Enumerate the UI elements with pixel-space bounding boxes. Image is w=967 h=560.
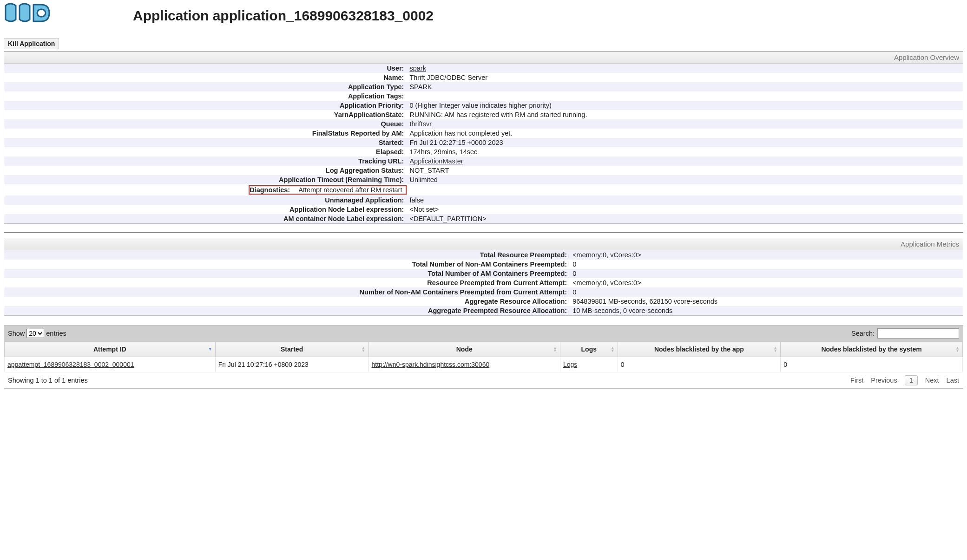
label-queue: Queue:	[4, 119, 407, 129]
value-yarn-state: RUNNING: AM has registered with RM and s…	[407, 110, 963, 119]
label-name: Name:	[4, 73, 407, 82]
show-entries-prefix: Show	[8, 330, 25, 337]
label-total-am-preempted: Total Number of AM Containers Preempted:	[4, 269, 570, 278]
value-nonam-preempted-current: 0	[570, 287, 963, 297]
pager-previous[interactable]: Previous	[871, 377, 897, 384]
label-yarn-state: YarnApplicationState:	[4, 110, 407, 119]
application-metrics-panel: Application Metrics Total Resource Preem…	[4, 238, 963, 316]
metrics-panel-title: Application Metrics	[4, 238, 963, 250]
cell-logs[interactable]: Logs	[563, 361, 577, 368]
label-priority: Application Priority:	[4, 101, 407, 110]
table-info: Showing 1 to 1 of 1 entries	[8, 377, 88, 384]
show-entries-suffix: entries	[46, 330, 66, 337]
label-tracking-url: Tracking URL:	[4, 156, 407, 166]
label-agg-resource-alloc: Aggregate Resource Allocation:	[4, 297, 570, 306]
svg-rect-1	[37, 9, 46, 17]
value-app-type: SPARK	[407, 82, 963, 91]
value-user[interactable]: spark	[409, 65, 426, 72]
col-node[interactable]: Node ▲▼	[368, 342, 560, 357]
label-app-tags: Application Tags:	[4, 91, 407, 101]
sort-both-icon: ▲▼	[553, 346, 557, 352]
label-diagnostics: Diagnostics:	[250, 186, 293, 194]
sort-both-icon: ▲▼	[955, 346, 960, 352]
value-unmanaged: false	[407, 195, 963, 205]
value-tracking-url[interactable]: ApplicationMaster	[409, 157, 463, 165]
sort-both-icon: ▲▼	[773, 346, 777, 352]
hadoop-logo	[4, 2, 54, 26]
kill-application-button[interactable]: Kill Application	[4, 38, 59, 49]
value-diagnostics: Attempt recovered after RM restart	[298, 186, 402, 194]
page-title: Application application_1689906328183_00…	[133, 8, 434, 24]
application-overview-panel: Application Overview User: spark Name: T…	[4, 51, 963, 224]
value-resource-preempted-current: <memory:0, vCores:0>	[570, 278, 963, 287]
label-app-type: Application Type:	[4, 82, 407, 91]
value-started: Fri Jul 21 02:27:15 +0000 2023	[407, 138, 963, 147]
search-input[interactable]	[877, 328, 959, 339]
value-queue[interactable]: thriftsvr	[409, 120, 432, 128]
label-nonam-preempted-current: Number of Non-AM Containers Preempted fr…	[4, 287, 570, 297]
label-elapsed: Elapsed:	[4, 147, 407, 156]
cell-attempt-id[interactable]: appattempt_1689906328183_0002_000001	[7, 361, 134, 368]
entries-select[interactable]: 20	[26, 329, 44, 338]
pager-last[interactable]: Last	[947, 377, 959, 384]
table-row: appattempt_1689906328183_0002_000001 Fri…	[5, 357, 963, 372]
cell-blacklist-app: 0	[618, 357, 781, 372]
col-logs[interactable]: Logs ▲▼	[560, 342, 618, 357]
value-agg-preempted-alloc: 10 MB-seconds, 0 vcore-seconds	[570, 306, 963, 315]
value-agg-resource-alloc: 964839801 MB-seconds, 628150 vcore-secon…	[570, 297, 963, 306]
col-started[interactable]: Started ▲▼	[215, 342, 368, 357]
cell-started: Fri Jul 21 10:27:16 +0800 2023	[215, 357, 368, 372]
value-total-resource-preempted: <memory:0, vCores:0>	[570, 250, 963, 260]
value-priority: 0 (Higher Integer value indicates higher…	[407, 101, 963, 110]
value-log-agg: NOT_START	[407, 166, 963, 175]
pager: First Previous 1 Next Last	[850, 375, 959, 385]
search-label: Search:	[851, 330, 875, 337]
label-app-node-label: Application Node Label expression:	[4, 205, 407, 214]
label-resource-preempted-current: Resource Preempted from Current Attempt:	[4, 278, 570, 287]
cell-blacklist-system: 0	[781, 357, 963, 372]
sort-both-icon: ▲▼	[362, 346, 366, 352]
pager-first[interactable]: First	[850, 377, 863, 384]
label-user: User:	[4, 64, 407, 73]
label-unmanaged: Unmanaged Application:	[4, 195, 407, 205]
value-total-am-preempted: 0	[570, 269, 963, 278]
value-app-tags	[407, 91, 963, 101]
col-attempt-id[interactable]: Attempt ID ▼	[5, 342, 216, 357]
label-started: Started:	[4, 138, 407, 147]
cell-node[interactable]: http://wn0-spark.hdinsightcss.com:30060	[372, 361, 490, 368]
label-final-status: FinalStatus Reported by AM:	[4, 129, 407, 138]
pager-next[interactable]: Next	[925, 377, 939, 384]
label-agg-preempted-alloc: Aggregate Preempted Resource Allocation:	[4, 306, 570, 315]
pager-page[interactable]: 1	[905, 375, 918, 385]
label-total-nonam-preempted: Total Number of Non-AM Containers Preemp…	[4, 260, 570, 269]
value-app-node-label: <Not set>	[407, 205, 963, 214]
overview-panel-title: Application Overview	[4, 52, 963, 64]
value-name: Thrift JDBC/ODBC Server	[407, 73, 963, 82]
value-am-node-label: <DEFAULT_PARTITION>	[407, 214, 963, 223]
value-elapsed: 174hrs, 29mins, 14sec	[407, 147, 963, 156]
label-timeout: Application Timeout (Remaining Time):	[4, 175, 407, 184]
value-total-nonam-preempted: 0	[570, 260, 963, 269]
col-blacklist-app[interactable]: Nodes blacklisted by the app ▲▼	[618, 342, 781, 357]
divider	[4, 232, 963, 233]
value-final-status: Application has not completed yet.	[407, 129, 963, 138]
label-am-node-label: AM container Node Label expression:	[4, 214, 407, 223]
diagnostics-highlight: Diagnostics: Attempt recovered after RM …	[249, 185, 407, 195]
sort-asc-icon: ▼	[208, 348, 212, 351]
value-timeout: Unlimited	[407, 175, 963, 184]
label-log-agg: Log Aggregation Status:	[4, 166, 407, 175]
sort-both-icon: ▲▼	[611, 346, 615, 352]
attempts-panel: Show 20 entries Search: Attempt ID ▼	[4, 325, 963, 389]
col-blacklist-system[interactable]: Nodes blacklisted by the system ▲▼	[781, 342, 963, 357]
label-total-resource-preempted: Total Resource Preempted:	[4, 250, 570, 260]
